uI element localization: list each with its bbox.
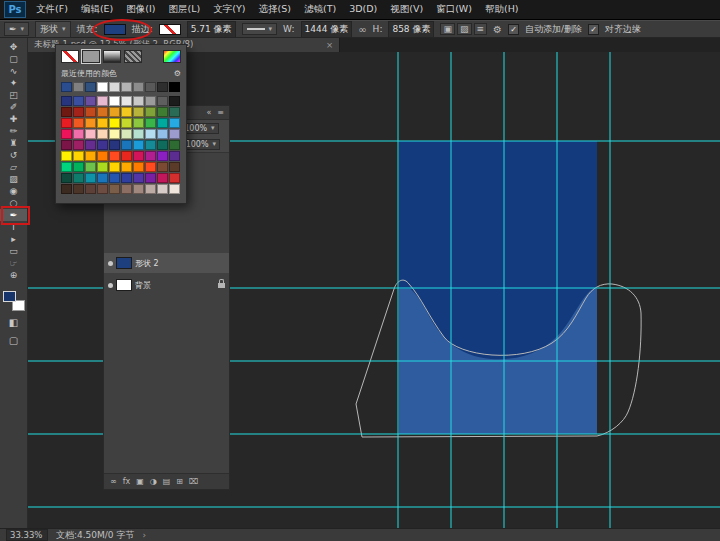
color-swatch[interactable] (121, 162, 132, 172)
color-swatch[interactable] (97, 162, 108, 172)
layer-row-shape2[interactable]: 形状 2 (104, 253, 229, 273)
color-swatch[interactable] (169, 162, 180, 172)
delete-layer-icon[interactable]: ⌧ (189, 477, 198, 486)
color-swatch[interactable] (97, 129, 108, 139)
quick-mask-button[interactable]: ◧ (0, 317, 27, 329)
color-swatch[interactable] (109, 107, 120, 117)
brush-tool[interactable]: ✏ (0, 125, 27, 137)
color-swatch[interactable] (85, 184, 96, 194)
color-swatch[interactable] (109, 96, 120, 106)
color-swatch[interactable] (97, 151, 108, 161)
color-swatch[interactable] (61, 151, 72, 161)
layer-row-background[interactable]: 背景 (104, 275, 229, 295)
color-swatch[interactable] (145, 107, 156, 117)
zoom-tool[interactable]: ⊕ (0, 269, 27, 281)
layer-group-icon[interactable]: ▤ (163, 477, 171, 486)
color-swatch[interactable] (169, 118, 180, 128)
color-swatch[interactable] (169, 96, 180, 106)
shape-tool[interactable]: ▭ (0, 245, 27, 257)
color-swatch[interactable] (61, 184, 72, 194)
color-swatch[interactable] (169, 129, 180, 139)
quick-select-tool[interactable]: ✦ (0, 77, 27, 89)
color-swatch[interactable] (145, 162, 156, 172)
color-swatch[interactable] (61, 129, 72, 139)
healing-brush-tool[interactable]: ✚ (0, 113, 27, 125)
color-swatch[interactable] (97, 173, 108, 183)
color-swatch[interactable] (121, 107, 132, 117)
color-swatch[interactable] (85, 96, 96, 106)
color-swatch[interactable] (109, 82, 120, 92)
color-swatch[interactable] (133, 129, 144, 139)
color-swatch[interactable] (85, 107, 96, 117)
color-swatch[interactable] (145, 129, 156, 139)
width-field[interactable]: 1444 像素 (301, 21, 353, 38)
color-swatch[interactable] (73, 129, 84, 139)
menu-item[interactable]: 图层(L) (169, 3, 201, 16)
tool-preset-dropdown[interactable]: ✒ (4, 22, 29, 36)
stroke-width-field[interactable]: 5.71 像素 (187, 21, 236, 38)
color-swatch[interactable] (85, 129, 96, 139)
color-swatch[interactable] (133, 140, 144, 150)
menu-item[interactable]: 文件(F) (36, 3, 68, 16)
solid-color-button[interactable] (82, 50, 100, 63)
color-swatch[interactable] (73, 82, 84, 92)
color-swatch[interactable] (97, 82, 108, 92)
color-swatch[interactable] (121, 140, 132, 150)
link-layers-icon[interactable]: ∞ (110, 477, 117, 486)
menu-item[interactable]: 帮助(H) (485, 3, 519, 16)
color-swatch[interactable] (109, 173, 120, 183)
eyedropper-tool[interactable]: ✐ (0, 101, 27, 113)
screen-mode-button[interactable]: ▢ (0, 335, 27, 347)
history-brush-tool[interactable]: ↺ (0, 149, 27, 161)
color-swatch[interactable] (133, 151, 144, 161)
color-swatch[interactable] (61, 118, 72, 128)
popup-gear-icon[interactable]: ⚙ (174, 69, 181, 78)
color-swatch[interactable] (157, 118, 168, 128)
color-swatch[interactable] (157, 173, 168, 183)
close-tab-icon[interactable]: × (326, 40, 333, 50)
color-swatch[interactable] (121, 118, 132, 128)
color-swatch[interactable] (121, 129, 132, 139)
color-swatch[interactable] (133, 82, 144, 92)
color-swatch[interactable] (145, 96, 156, 106)
path-op-icon-1[interactable]: ▨ (457, 23, 472, 35)
color-swatch[interactable] (157, 162, 168, 172)
eraser-tool[interactable]: ▱ (0, 161, 27, 173)
link-dimensions-icon[interactable]: ∞ (358, 24, 366, 35)
menu-item[interactable]: 图像(I) (126, 3, 155, 16)
color-swatch[interactable] (169, 151, 180, 161)
color-swatch[interactable] (133, 184, 144, 194)
color-swatch[interactable] (121, 96, 132, 106)
color-swatch[interactable] (133, 118, 144, 128)
color-swatch[interactable] (73, 96, 84, 106)
color-swatch[interactable] (109, 162, 120, 172)
color-swatch[interactable] (61, 162, 72, 172)
color-swatch[interactable] (145, 82, 156, 92)
color-swatch[interactable] (73, 107, 84, 117)
path-op-icon-0[interactable]: ▣ (440, 23, 455, 35)
color-swatch[interactable] (61, 82, 72, 92)
menu-item[interactable]: 编辑(E) (81, 3, 113, 16)
layer-mask-icon[interactable]: ▣ (136, 477, 144, 486)
color-swatch[interactable] (61, 107, 72, 117)
status-expander-icon[interactable]: › (142, 530, 146, 540)
color-swatch[interactable] (157, 107, 168, 117)
stroke-style-dropdown[interactable] (242, 23, 278, 35)
color-picker-button[interactable] (163, 50, 181, 63)
color-swatch[interactable] (73, 162, 84, 172)
visibility-eye-icon[interactable] (108, 283, 113, 288)
lasso-tool[interactable]: ∿ (0, 65, 27, 77)
new-layer-icon[interactable]: ⊞ (176, 477, 183, 486)
color-swatch[interactable] (145, 151, 156, 161)
color-swatch[interactable] (85, 140, 96, 150)
color-swatch[interactable] (157, 129, 168, 139)
height-field[interactable]: 858 像素 (388, 21, 434, 38)
path-op-icon-2[interactable]: ≡ (474, 23, 488, 35)
color-swatch[interactable] (157, 184, 168, 194)
color-swatch[interactable] (169, 184, 180, 194)
stroke-swatch[interactable] (159, 24, 181, 35)
color-swatch[interactable] (121, 173, 132, 183)
pattern-fill-button[interactable] (124, 50, 142, 63)
color-swatch[interactable] (97, 184, 108, 194)
zoom-level-field[interactable]: 33.33% (6, 529, 48, 541)
